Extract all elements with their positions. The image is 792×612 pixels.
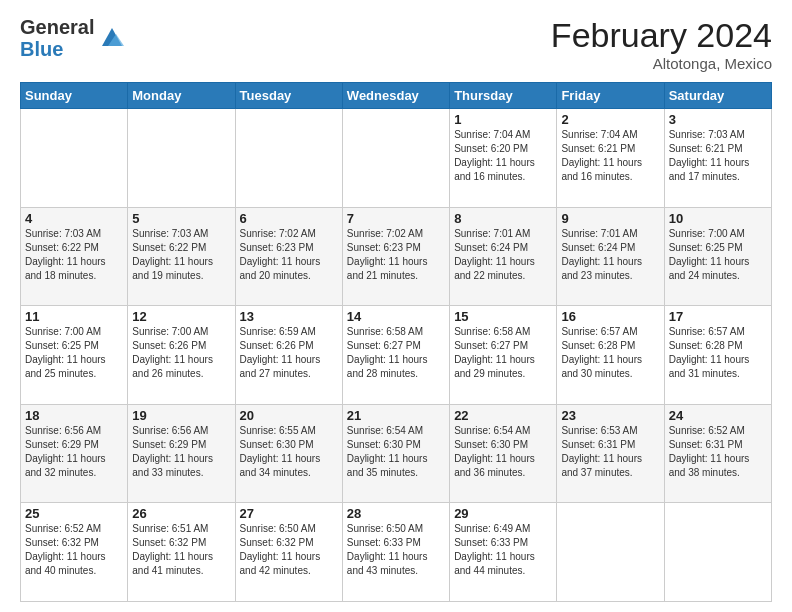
day-info: Sunrise: 7:00 AM Sunset: 6:25 PM Dayligh… bbox=[25, 325, 123, 381]
logo-text: General Blue bbox=[20, 16, 94, 60]
day-number: 7 bbox=[347, 211, 445, 226]
month-title: February 2024 bbox=[551, 16, 772, 55]
day-info: Sunrise: 6:54 AM Sunset: 6:30 PM Dayligh… bbox=[347, 424, 445, 480]
day-number: 27 bbox=[240, 506, 338, 521]
day-number: 10 bbox=[669, 211, 767, 226]
calendar-cell: 24Sunrise: 6:52 AM Sunset: 6:31 PM Dayli… bbox=[664, 404, 771, 503]
calendar-cell: 29Sunrise: 6:49 AM Sunset: 6:33 PM Dayli… bbox=[450, 503, 557, 602]
day-number: 28 bbox=[347, 506, 445, 521]
day-number: 11 bbox=[25, 309, 123, 324]
col-tuesday: Tuesday bbox=[235, 83, 342, 109]
day-info: Sunrise: 7:01 AM Sunset: 6:24 PM Dayligh… bbox=[561, 227, 659, 283]
day-info: Sunrise: 6:58 AM Sunset: 6:27 PM Dayligh… bbox=[454, 325, 552, 381]
day-info: Sunrise: 7:00 AM Sunset: 6:25 PM Dayligh… bbox=[669, 227, 767, 283]
day-info: Sunrise: 7:03 AM Sunset: 6:22 PM Dayligh… bbox=[25, 227, 123, 283]
day-number: 13 bbox=[240, 309, 338, 324]
calendar-cell: 12Sunrise: 7:00 AM Sunset: 6:26 PM Dayli… bbox=[128, 306, 235, 405]
calendar-cell: 1Sunrise: 7:04 AM Sunset: 6:20 PM Daylig… bbox=[450, 109, 557, 208]
calendar-cell: 19Sunrise: 6:56 AM Sunset: 6:29 PM Dayli… bbox=[128, 404, 235, 503]
calendar-week-1: 4Sunrise: 7:03 AM Sunset: 6:22 PM Daylig… bbox=[21, 207, 772, 306]
calendar-cell bbox=[342, 109, 449, 208]
col-sunday: Sunday bbox=[21, 83, 128, 109]
day-info: Sunrise: 6:49 AM Sunset: 6:33 PM Dayligh… bbox=[454, 522, 552, 578]
day-number: 24 bbox=[669, 408, 767, 423]
day-info: Sunrise: 6:54 AM Sunset: 6:30 PM Dayligh… bbox=[454, 424, 552, 480]
calendar-cell: 23Sunrise: 6:53 AM Sunset: 6:31 PM Dayli… bbox=[557, 404, 664, 503]
calendar-cell: 2Sunrise: 7:04 AM Sunset: 6:21 PM Daylig… bbox=[557, 109, 664, 208]
header: General Blue February 2024 Altotonga, Me… bbox=[20, 16, 772, 72]
calendar-cell: 17Sunrise: 6:57 AM Sunset: 6:28 PM Dayli… bbox=[664, 306, 771, 405]
day-info: Sunrise: 6:53 AM Sunset: 6:31 PM Dayligh… bbox=[561, 424, 659, 480]
day-number: 9 bbox=[561, 211, 659, 226]
day-number: 22 bbox=[454, 408, 552, 423]
calendar-cell: 21Sunrise: 6:54 AM Sunset: 6:30 PM Dayli… bbox=[342, 404, 449, 503]
day-number: 1 bbox=[454, 112, 552, 127]
day-info: Sunrise: 6:56 AM Sunset: 6:29 PM Dayligh… bbox=[25, 424, 123, 480]
calendar-cell: 14Sunrise: 6:58 AM Sunset: 6:27 PM Dayli… bbox=[342, 306, 449, 405]
calendar-cell: 27Sunrise: 6:50 AM Sunset: 6:32 PM Dayli… bbox=[235, 503, 342, 602]
day-number: 8 bbox=[454, 211, 552, 226]
calendar-cell: 9Sunrise: 7:01 AM Sunset: 6:24 PM Daylig… bbox=[557, 207, 664, 306]
calendar-cell: 25Sunrise: 6:52 AM Sunset: 6:32 PM Dayli… bbox=[21, 503, 128, 602]
location: Altotonga, Mexico bbox=[551, 55, 772, 72]
calendar-cell bbox=[664, 503, 771, 602]
col-thursday: Thursday bbox=[450, 83, 557, 109]
day-info: Sunrise: 6:51 AM Sunset: 6:32 PM Dayligh… bbox=[132, 522, 230, 578]
calendar-cell: 5Sunrise: 7:03 AM Sunset: 6:22 PM Daylig… bbox=[128, 207, 235, 306]
logo-blue: Blue bbox=[20, 38, 94, 60]
calendar-cell: 28Sunrise: 6:50 AM Sunset: 6:33 PM Dayli… bbox=[342, 503, 449, 602]
col-wednesday: Wednesday bbox=[342, 83, 449, 109]
day-info: Sunrise: 7:00 AM Sunset: 6:26 PM Dayligh… bbox=[132, 325, 230, 381]
calendar-cell: 6Sunrise: 7:02 AM Sunset: 6:23 PM Daylig… bbox=[235, 207, 342, 306]
calendar-cell: 7Sunrise: 7:02 AM Sunset: 6:23 PM Daylig… bbox=[342, 207, 449, 306]
day-number: 18 bbox=[25, 408, 123, 423]
day-number: 19 bbox=[132, 408, 230, 423]
day-info: Sunrise: 6:50 AM Sunset: 6:32 PM Dayligh… bbox=[240, 522, 338, 578]
calendar-cell bbox=[128, 109, 235, 208]
day-info: Sunrise: 7:02 AM Sunset: 6:23 PM Dayligh… bbox=[347, 227, 445, 283]
calendar-cell bbox=[557, 503, 664, 602]
day-number: 12 bbox=[132, 309, 230, 324]
day-info: Sunrise: 6:52 AM Sunset: 6:31 PM Dayligh… bbox=[669, 424, 767, 480]
day-info: Sunrise: 6:57 AM Sunset: 6:28 PM Dayligh… bbox=[561, 325, 659, 381]
day-info: Sunrise: 7:03 AM Sunset: 6:21 PM Dayligh… bbox=[669, 128, 767, 184]
day-number: 29 bbox=[454, 506, 552, 521]
logo-general: General bbox=[20, 16, 94, 38]
day-number: 23 bbox=[561, 408, 659, 423]
day-info: Sunrise: 6:52 AM Sunset: 6:32 PM Dayligh… bbox=[25, 522, 123, 578]
calendar-cell: 15Sunrise: 6:58 AM Sunset: 6:27 PM Dayli… bbox=[450, 306, 557, 405]
day-number: 15 bbox=[454, 309, 552, 324]
day-number: 20 bbox=[240, 408, 338, 423]
calendar-cell: 22Sunrise: 6:54 AM Sunset: 6:30 PM Dayli… bbox=[450, 404, 557, 503]
day-info: Sunrise: 7:03 AM Sunset: 6:22 PM Dayligh… bbox=[132, 227, 230, 283]
day-number: 6 bbox=[240, 211, 338, 226]
calendar-cell bbox=[235, 109, 342, 208]
logo: General Blue bbox=[20, 16, 126, 60]
weekday-header-row: Sunday Monday Tuesday Wednesday Thursday… bbox=[21, 83, 772, 109]
day-number: 4 bbox=[25, 211, 123, 226]
day-number: 26 bbox=[132, 506, 230, 521]
page: General Blue February 2024 Altotonga, Me… bbox=[0, 0, 792, 612]
day-info: Sunrise: 6:58 AM Sunset: 6:27 PM Dayligh… bbox=[347, 325, 445, 381]
day-info: Sunrise: 6:59 AM Sunset: 6:26 PM Dayligh… bbox=[240, 325, 338, 381]
day-info: Sunrise: 7:01 AM Sunset: 6:24 PM Dayligh… bbox=[454, 227, 552, 283]
day-info: Sunrise: 6:55 AM Sunset: 6:30 PM Dayligh… bbox=[240, 424, 338, 480]
day-info: Sunrise: 7:02 AM Sunset: 6:23 PM Dayligh… bbox=[240, 227, 338, 283]
day-number: 25 bbox=[25, 506, 123, 521]
day-info: Sunrise: 7:04 AM Sunset: 6:21 PM Dayligh… bbox=[561, 128, 659, 184]
day-info: Sunrise: 6:50 AM Sunset: 6:33 PM Dayligh… bbox=[347, 522, 445, 578]
calendar-cell: 16Sunrise: 6:57 AM Sunset: 6:28 PM Dayli… bbox=[557, 306, 664, 405]
calendar-cell: 18Sunrise: 6:56 AM Sunset: 6:29 PM Dayli… bbox=[21, 404, 128, 503]
day-number: 16 bbox=[561, 309, 659, 324]
calendar-cell: 20Sunrise: 6:55 AM Sunset: 6:30 PM Dayli… bbox=[235, 404, 342, 503]
calendar-table: Sunday Monday Tuesday Wednesday Thursday… bbox=[20, 82, 772, 602]
calendar-week-3: 18Sunrise: 6:56 AM Sunset: 6:29 PM Dayli… bbox=[21, 404, 772, 503]
day-number: 5 bbox=[132, 211, 230, 226]
day-number: 3 bbox=[669, 112, 767, 127]
day-number: 2 bbox=[561, 112, 659, 127]
calendar-cell: 10Sunrise: 7:00 AM Sunset: 6:25 PM Dayli… bbox=[664, 207, 771, 306]
col-friday: Friday bbox=[557, 83, 664, 109]
calendar-week-4: 25Sunrise: 6:52 AM Sunset: 6:32 PM Dayli… bbox=[21, 503, 772, 602]
calendar-cell: 8Sunrise: 7:01 AM Sunset: 6:24 PM Daylig… bbox=[450, 207, 557, 306]
logo-icon bbox=[98, 22, 126, 50]
